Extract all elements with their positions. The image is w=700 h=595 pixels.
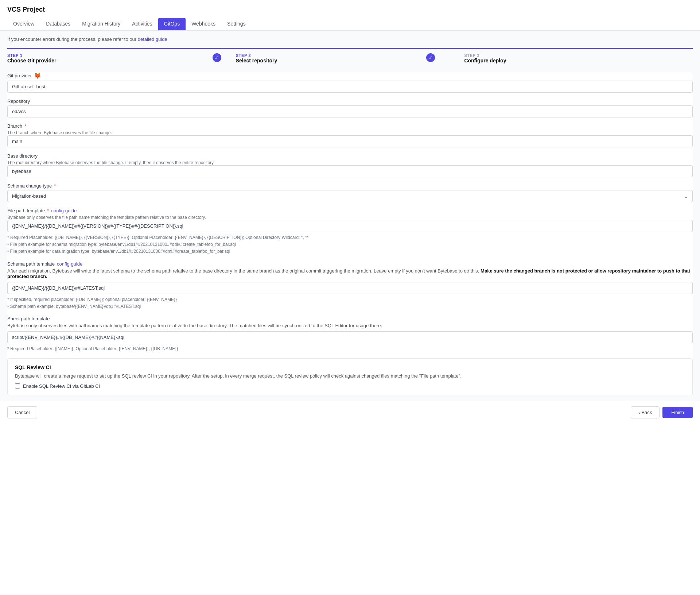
branch-group: Branch * The branch where Bytebase obser… <box>7 123 693 147</box>
sheet-path-hint-1: * Required Placeholder: {{NAME}}; Option… <box>7 345 693 352</box>
sheet-path-template-input[interactable] <box>7 331 693 343</box>
gitlab-icon: 🦊 <box>34 72 41 79</box>
sql-review-checkbox-row: Enable SQL Review CI via GitLab CI <box>15 383 685 389</box>
sql-review-ci-label[interactable]: Enable SQL Review CI via GitLab CI <box>23 383 100 389</box>
sql-review-box: SQL Review CI Bytebase will create a mer… <box>7 358 693 395</box>
file-path-config-link[interactable]: config guide <box>51 208 77 213</box>
tab-migration-history[interactable]: Migration History <box>76 18 126 30</box>
tab-webhooks[interactable]: Webhooks <box>186 18 221 30</box>
schema-path-template-group: Schema path template config guide After … <box>7 261 693 310</box>
tab-overview[interactable]: Overview <box>7 18 40 30</box>
schema-path-config-link[interactable]: config guide <box>57 261 82 267</box>
step-1-check-icon: ✓ <box>213 53 221 62</box>
step-3-label: STEP 3 <box>464 53 693 58</box>
schema-change-select-wrapper: Migration-based State-based <box>7 190 693 202</box>
schema-change-type-group: Schema change type * Migration-based Sta… <box>7 183 693 202</box>
steps-progress: STEP 1 Choose Git provider ✓ STEP 2 Sele… <box>7 48 693 63</box>
sheet-path-template-label: Sheet path template <box>7 316 693 321</box>
back-button[interactable]: ‹ Back <box>631 406 660 418</box>
step-1: STEP 1 Choose Git provider ✓ <box>7 53 236 63</box>
form-section: Git provider 🦊 Repository Branch * The b… <box>7 72 693 395</box>
detailed-guide-link[interactable]: detailed guide <box>138 36 167 42</box>
step-1-label: STEP 1 <box>7 53 236 58</box>
repository-group: Repository <box>7 98 693 117</box>
schema-change-type-select[interactable]: Migration-based State-based <box>7 190 693 202</box>
file-path-template-input[interactable] <box>7 220 693 232</box>
sql-review-title: SQL Review CI <box>15 364 685 370</box>
footer-bar: Cancel ‹ Back Finish <box>0 401 700 424</box>
tab-settings[interactable]: Settings <box>221 18 252 30</box>
step-2: STEP 2 Select repository ✓ <box>236 53 464 63</box>
file-path-hints: * Required Placeholder: {{DB_NAME}}, {{V… <box>7 234 693 255</box>
sql-review-ci-checkbox[interactable] <box>15 383 20 389</box>
file-path-template-group: File path template * config guide Byteba… <box>7 208 693 255</box>
branch-help: The branch where Bytebase observes the f… <box>7 130 693 135</box>
back-label: Back <box>641 410 652 415</box>
sql-review-desc: Bytebase will create a merge request to … <box>15 372 685 380</box>
file-path-required: * <box>47 208 49 213</box>
branch-label: Branch * <box>7 123 693 129</box>
finish-button[interactable]: Finish <box>662 407 693 418</box>
sheet-path-desc: Bytebase only observes files with pathna… <box>7 323 693 328</box>
tab-databases[interactable]: Databases <box>40 18 76 30</box>
branch-required: * <box>24 123 26 129</box>
file-path-template-label: File path template * config guide <box>7 208 693 213</box>
back-chevron-icon: ‹ <box>638 410 640 415</box>
base-directory-group: Base directory The root directory where … <box>7 153 693 177</box>
cancel-button[interactable]: Cancel <box>7 406 37 418</box>
schema-change-required: * <box>54 183 56 189</box>
sheet-path-template-group: Sheet path template Bytebase only observ… <box>7 316 693 352</box>
info-bar: If you encounter errors during the proce… <box>7 36 693 42</box>
step-1-title: Choose Git provider <box>7 58 236 63</box>
base-directory-help: The root directory where Bytebase observ… <box>7 160 693 165</box>
base-directory-label: Base directory <box>7 153 693 159</box>
file-path-template-help: Bytebase only observes the file path nam… <box>7 215 693 220</box>
git-provider-input[interactable] <box>7 81 693 93</box>
git-provider-group: Git provider 🦊 <box>7 72 693 93</box>
schema-path-template-input[interactable] <box>7 282 693 294</box>
step-3-title: Configure deploy <box>464 58 693 63</box>
schema-path-hint-1: * If specified, required placeholder: {{… <box>7 296 693 303</box>
page-title: VCS Project <box>7 6 693 13</box>
repository-label: Repository <box>7 98 693 104</box>
base-directory-input[interactable] <box>7 165 693 177</box>
schema-change-type-label: Schema change type * <box>7 183 693 189</box>
tab-gitops[interactable]: GitOps <box>158 18 186 30</box>
branch-input[interactable] <box>7 135 693 147</box>
step-3: STEP 3 Configure deploy <box>464 53 693 63</box>
tab-activities[interactable]: Activities <box>126 18 158 30</box>
file-path-hint-1: * Required Placeholder: {{DB_NAME}}, {{V… <box>7 234 693 241</box>
schema-path-template-label: Schema path template config guide <box>7 261 693 267</box>
tab-bar: Overview Databases Migration History Act… <box>7 18 693 30</box>
schema-path-hints: * If specified, required placeholder: {{… <box>7 296 693 310</box>
schema-path-desc: After each migration, Bytebase will writ… <box>7 268 693 279</box>
repository-input[interactable] <box>7 105 693 117</box>
git-provider-label: Git provider 🦊 <box>7 72 693 79</box>
file-path-hint-3: • File path example for data migration t… <box>7 248 693 255</box>
sheet-path-hints: * Required Placeholder: {{NAME}}; Option… <box>7 345 693 352</box>
file-path-hint-2: • File path example for schema migration… <box>7 241 693 248</box>
schema-path-hint-2: • Schema path example: bytebase/{{ENV_NA… <box>7 303 693 310</box>
footer-right: ‹ Back Finish <box>631 406 693 418</box>
